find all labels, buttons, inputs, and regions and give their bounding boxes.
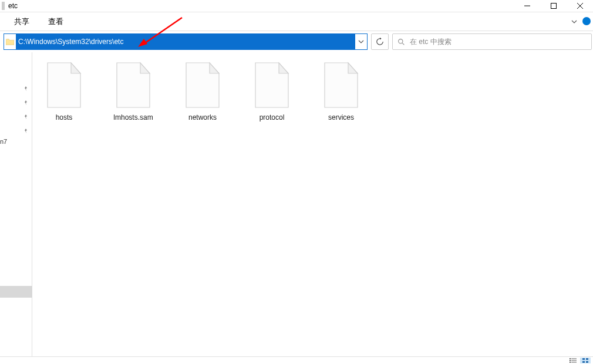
svg-rect-1 (551, 4, 556, 9)
search-input[interactable] (410, 38, 587, 46)
pin-icon (23, 86, 28, 91)
address-bar[interactable] (4, 33, 368, 50)
svg-line-5 (402, 43, 404, 45)
svg-point-4 (399, 39, 403, 43)
pinned-item[interactable] (23, 96, 28, 110)
address-toolbar (0, 31, 593, 52)
svg-rect-15 (586, 361, 588, 363)
file-item-protocol[interactable]: protocol (246, 62, 298, 122)
title-bar: etc (0, 0, 593, 12)
details-view-button[interactable] (568, 358, 578, 363)
pinned-item[interactable] (23, 82, 28, 96)
file-grid: hosts lmhosts.sam netw (38, 62, 587, 122)
file-name-label: hosts (38, 113, 90, 122)
refresh-button[interactable] (371, 33, 389, 50)
navigation-sidebar[interactable]: n7 (0, 52, 32, 356)
icons-view-icon (582, 358, 588, 363)
svg-rect-10 (570, 362, 571, 363)
quick-access-pins (23, 82, 28, 138)
help-button[interactable] (582, 17, 591, 25)
sidebar-selected-item[interactable] (0, 286, 32, 298)
pin-icon (23, 114, 28, 119)
file-name-label: protocol (246, 113, 298, 122)
close-icon (577, 3, 583, 9)
address-input[interactable] (16, 34, 355, 49)
svg-rect-11 (571, 362, 577, 363)
chevron-down-icon (571, 19, 577, 24)
file-icon (184, 62, 221, 109)
window-title: etc (8, 2, 514, 10)
file-icon (114, 62, 152, 109)
svg-rect-13 (586, 358, 588, 360)
address-history-dropdown[interactable] (355, 34, 367, 49)
window-controls (514, 0, 593, 12)
status-bar (0, 356, 593, 364)
minimize-button[interactable] (514, 0, 540, 12)
sidebar-partial-text: n7 (0, 138, 7, 145)
ribbon-right-controls (570, 12, 593, 31)
file-icon (253, 62, 291, 109)
file-name-label: services (315, 113, 367, 122)
chevron-down-icon (358, 39, 364, 44)
file-view[interactable]: hosts lmhosts.sam netw (32, 52, 593, 356)
content-area: n7 hosts lmh (0, 52, 593, 356)
ribbon-tabs: 共享 查看 (0, 12, 593, 31)
file-item-lmhosts[interactable]: lmhosts.sam (107, 62, 159, 122)
close-button[interactable] (567, 0, 593, 12)
file-name-label: lmhosts.sam (107, 113, 159, 122)
file-icon (45, 62, 83, 109)
tab-view[interactable]: 查看 (42, 13, 69, 31)
svg-rect-9 (571, 360, 577, 361)
pinned-item[interactable] (23, 110, 28, 124)
file-icon (322, 62, 360, 109)
pin-icon (23, 100, 28, 105)
refresh-icon (376, 38, 384, 46)
svg-rect-8 (570, 360, 571, 361)
svg-rect-12 (582, 358, 585, 360)
title-app-icon (2, 2, 5, 10)
svg-rect-6 (570, 358, 571, 359)
svg-rect-7 (571, 359, 577, 359)
file-name-label: networks (177, 113, 228, 122)
pin-icon (23, 129, 28, 133)
ribbon-chevron-button[interactable] (570, 18, 579, 26)
icons-view-button[interactable] (580, 358, 591, 363)
file-item-networks[interactable]: networks (177, 62, 228, 122)
search-box[interactable] (392, 33, 592, 50)
minimize-icon (524, 3, 530, 9)
pinned-item[interactable] (23, 124, 28, 138)
maximize-icon (551, 3, 557, 9)
maximize-button[interactable] (540, 0, 567, 12)
svg-rect-14 (582, 361, 585, 363)
file-item-hosts[interactable]: hosts (38, 62, 90, 122)
file-item-services[interactable]: services (315, 62, 367, 122)
address-folder-icon (4, 34, 16, 49)
search-icon (397, 38, 405, 46)
details-view-icon (570, 358, 577, 363)
tab-share[interactable]: 共享 (8, 13, 35, 31)
